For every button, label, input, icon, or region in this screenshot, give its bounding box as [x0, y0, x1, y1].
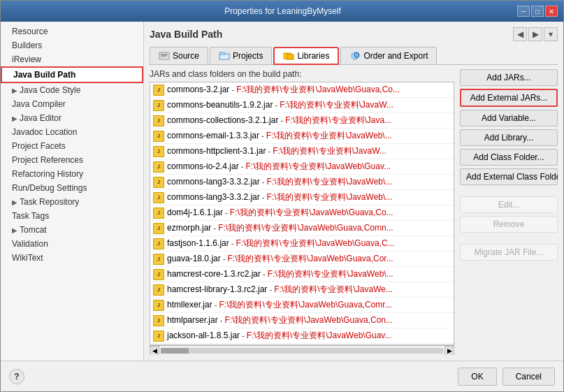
ok-button[interactable]: OK: [458, 368, 496, 386]
nav-dropdown-button[interactable]: ▾: [544, 27, 558, 41]
add-library-button[interactable]: Add Library...: [460, 129, 558, 146]
svg-text:⚙: ⚙: [353, 52, 361, 60]
sidebar: Resource Builders iReview Java Build Pat…: [1, 22, 144, 361]
jar-text-3: commons-email-1.3.3.jar - F:\我的资料\专业资料\J…: [167, 130, 392, 142]
nav-back-button[interactable]: ◀: [513, 27, 527, 41]
horizontal-scrollbar[interactable]: ◀ ▶: [150, 345, 454, 355]
migrate-jar-button[interactable]: Migrate JAR File...: [460, 244, 558, 261]
jar-icon-1: J: [153, 100, 164, 111]
jar-icon-0: J: [153, 85, 164, 96]
add-class-folder-button[interactable]: Add Class Folder...: [460, 149, 558, 166]
jar-text-15: htmlparser.jar - F:\我的资料\专业资料\JavaWeb\Gu…: [167, 314, 393, 326]
tab-order-export[interactable]: ⚙ Order and Export: [340, 47, 437, 64]
add-variable-button[interactable]: Add Variable...: [460, 110, 558, 126]
minimize-button[interactable]: ─: [517, 6, 530, 17]
scroll-track[interactable]: [161, 348, 443, 354]
main-panel: Java Build Path ◀ ▶ ▾ Source: [144, 22, 563, 361]
panel-header: Java Build Path ◀ ▶ ▾: [150, 27, 558, 41]
remove-button[interactable]: Remove: [460, 216, 558, 233]
jar-item-0[interactable]: J commons-3.2.jar - F:\我的资料\专业资料\JavaWeb…: [150, 82, 454, 98]
sidebar-item-task-tags[interactable]: Task Tags: [1, 209, 143, 223]
jar-icon-6: J: [153, 177, 164, 188]
jar-icon-13: J: [153, 284, 164, 296]
nav-forward-button[interactable]: ▶: [528, 27, 542, 41]
footer-left: ?: [9, 369, 24, 384]
jar-item-16[interactable]: J jackson-all-1.8.5.jar - F:\我的资料\专业资料\J…: [150, 328, 454, 344]
add-external-class-folder-button[interactable]: Add External Class Folder...: [460, 168, 558, 185]
sidebar-item-ireview[interactable]: iReview: [1, 52, 143, 66]
jar-text-6: commons-lang3-3.3.2.jar - F:\我的资料\专业资料\J…: [167, 176, 392, 188]
jar-text-5: commons-io-2.4.jar - F:\我的资料\专业资料\JavaWe…: [167, 161, 391, 173]
help-button[interactable]: ?: [9, 369, 24, 384]
sidebar-item-builders[interactable]: Builders: [1, 38, 143, 52]
sidebar-item-wikitext[interactable]: WikiText: [1, 251, 143, 265]
jar-item-11[interactable]: J guava-18.0.jar - F:\我的资料\专业资料\JavaWeb\…: [150, 252, 454, 267]
jar-item-9[interactable]: J ezmorph.jar - F:\我的资料\专业资料\JavaWeb\Gua…: [150, 221, 454, 236]
jar-item-2[interactable]: J commons-collections-3.2.1.jar - F:\我的资…: [150, 113, 454, 129]
jar-icon-8: J: [153, 208, 164, 219]
sidebar-item-java-compiler[interactable]: Java Compiler: [1, 97, 143, 111]
scroll-thumb[interactable]: [161, 348, 189, 354]
cancel-button[interactable]: Cancel: [502, 368, 555, 386]
titlebar: Properties for LeaningByMyself ─ □ ✕: [1, 1, 563, 22]
jar-text-8: dom4j-1.6.1.jar - F:\我的资料\专业资料\JavaWeb\G…: [167, 207, 393, 219]
sidebar-item-java-code-style[interactable]: ▶Java Code Style: [1, 83, 143, 97]
jar-list-label: JARs and class folders on the build path…: [150, 69, 454, 79]
jar-item-7[interactable]: J commons-lang3-3.3.2.jar - F:\我的资料\专业资料…: [150, 190, 454, 205]
jar-icon-15: J: [153, 315, 164, 326]
sidebar-item-refactoring-history[interactable]: Refactoring History: [1, 167, 143, 181]
sidebar-item-run-debug-settings[interactable]: Run/Debug Settings: [1, 181, 143, 195]
jar-icon-14: J: [153, 300, 164, 311]
sidebar-item-task-repository[interactable]: ▶Task Repository: [1, 195, 143, 209]
tab-libraries[interactable]: Libraries: [273, 47, 339, 65]
tab-libraries-label: Libraries: [297, 51, 329, 61]
scroll-left-button[interactable]: ◀: [150, 346, 159, 356]
tab-bar: Source Projects Libraries: [150, 47, 558, 65]
jar-text-16: jackson-all-1.8.5.jar - F:\我的资料\专业资料\Jav…: [167, 330, 391, 342]
jar-icon-12: J: [153, 269, 164, 280]
svg-rect-4: [220, 52, 224, 55]
add-jars-button[interactable]: Add JARs...: [460, 69, 558, 86]
nav-arrows: ◀ ▶ ▾: [513, 27, 558, 41]
jar-text-7: commons-lang3-3.3.2.jar - F:\我的资料\专业资料\J…: [167, 191, 392, 203]
jar-item-14[interactable]: J htmllexer.jar - F:\我的资料\专业资料\JavaWeb\G…: [150, 298, 454, 313]
jar-item-1[interactable]: J commons-beanutils-1.9.2.jar - F:\我的资料\…: [150, 98, 454, 113]
jar-item-4[interactable]: J commons-httpclient-3.1.jar - F:\我的资料\专…: [150, 144, 454, 159]
panel-title: Java Build Path: [150, 29, 222, 40]
sidebar-item-javadoc-location[interactable]: Javadoc Location: [1, 125, 143, 139]
jar-text-12: hamcrest-core-1.3.rc2.jar - F:\我的资料\专业资料…: [167, 268, 393, 280]
svg-rect-6: [287, 55, 294, 59]
jar-text-1: commons-beanutils-1.9.2.jar - F:\我的资料\专业…: [167, 99, 393, 111]
close-button[interactable]: ✕: [545, 6, 558, 17]
sidebar-item-project-facets[interactable]: Project Facets: [1, 139, 143, 153]
sidebar-item-tomcat[interactable]: ▶Tomcat: [1, 223, 143, 237]
jar-item-13[interactable]: J hamcrest-library-1.3.rc2.jar - F:\我的资料…: [150, 282, 454, 298]
jar-item-8[interactable]: J dom4j-1.6.1.jar - F:\我的资料\专业资料\JavaWeb…: [150, 205, 454, 221]
jar-item-3[interactable]: J commons-email-1.3.3.jar - F:\我的资料\专业资料…: [150, 129, 454, 144]
jar-icon-7: J: [153, 192, 164, 203]
sidebar-item-java-build-path[interactable]: Java Build Path: [1, 66, 143, 83]
jar-item-10[interactable]: J fastjson-1.1.6.jar - F:\我的资料\专业资料\Java…: [150, 236, 454, 252]
projects-icon: [219, 52, 230, 60]
main-content: Resource Builders iReview Java Build Pat…: [1, 22, 563, 361]
jar-list-container[interactable]: J commons-3.2.jar - F:\我的资料\专业资料\JavaWeb…: [150, 82, 454, 345]
sidebar-item-java-editor[interactable]: ▶Java Editor: [1, 111, 143, 125]
jar-icon-16: J: [153, 331, 164, 342]
tab-source[interactable]: Source: [150, 47, 208, 64]
add-external-jars-button[interactable]: Add External JARs...: [460, 89, 558, 107]
jar-item-5[interactable]: J commons-io-2.4.jar - F:\我的资料\专业资料\Java…: [150, 159, 454, 175]
jar-text-10: fastjson-1.1.6.jar - F:\我的资料\专业资料\JavaWe…: [167, 238, 395, 249]
sidebar-item-resource[interactable]: Resource: [1, 24, 143, 38]
jar-item-15[interactable]: J htmlparser.jar - F:\我的资料\专业资料\JavaWeb\…: [150, 313, 454, 328]
sidebar-item-validation[interactable]: Validation: [1, 237, 143, 251]
jar-icon-5: J: [153, 161, 164, 173]
maximize-button[interactable]: □: [531, 6, 544, 17]
tab-projects[interactable]: Projects: [210, 47, 272, 64]
edit-button[interactable]: Edit...: [460, 196, 558, 213]
scroll-right-button[interactable]: ▶: [444, 346, 454, 356]
jar-text-2: commons-collections-3.2.1.jar - F:\我的资料\…: [167, 115, 391, 126]
jar-item-12[interactable]: J hamcrest-core-1.3.rc2.jar - F:\我的资料\专业…: [150, 267, 454, 282]
sidebar-item-project-references[interactable]: Project References: [1, 153, 143, 167]
jar-text-13: hamcrest-library-1.3.rc2.jar - F:\我的资料\专…: [167, 284, 393, 296]
jar-item-6[interactable]: J commons-lang3-3.3.2.jar - F:\我的资料\专业资料…: [150, 175, 454, 190]
